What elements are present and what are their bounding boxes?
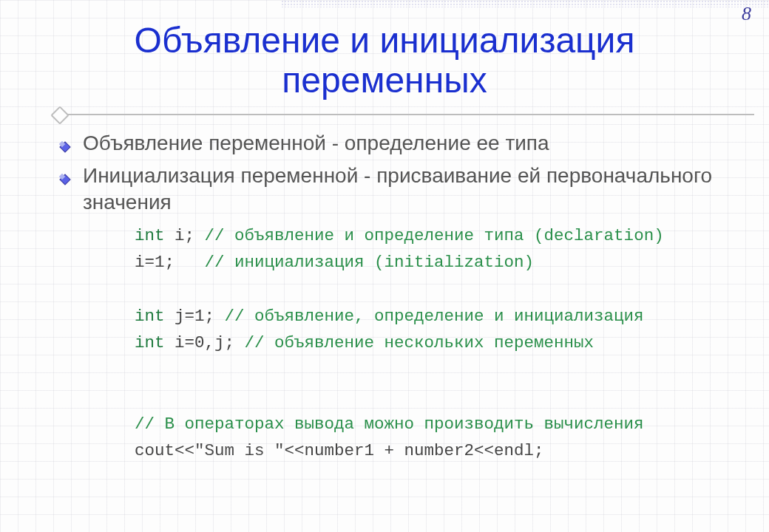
bullet-list: Объявление переменной - определение ее т… bbox=[58, 130, 748, 216]
code-text: i=0,j; bbox=[165, 333, 245, 352]
code-text: <<number1 + number2<<endl; bbox=[285, 441, 544, 460]
page-number: 8 bbox=[742, 3, 751, 25]
code-text: cout<< bbox=[135, 441, 194, 460]
bullet-text: Объявление переменной - определение ее т… bbox=[83, 132, 549, 154]
code-comment: // объявление и определение типа (declar… bbox=[205, 226, 664, 245]
code-string: "Sum is " bbox=[194, 441, 285, 460]
code-keyword: int bbox=[135, 333, 165, 352]
code-text: i=1; bbox=[135, 253, 205, 272]
diamond-bullet-icon bbox=[58, 167, 72, 182]
title-divider bbox=[15, 114, 754, 123]
slide-title: Объявление и инициализация переменных bbox=[30, 0, 739, 100]
code-keyword: int bbox=[135, 226, 165, 245]
code-comment: // инициализация (initialization) bbox=[205, 253, 535, 272]
code-comment: // В операторах вывода можно производить… bbox=[135, 415, 644, 434]
slide-content: Объявление переменной - определение ее т… bbox=[0, 130, 769, 465]
code-text: j=1; bbox=[165, 307, 225, 326]
code-comment: // объявление, определение и инициализац… bbox=[225, 307, 644, 326]
list-item: Инициализация переменной - присваивание … bbox=[58, 163, 748, 216]
code-text: i; bbox=[165, 226, 205, 245]
code-keyword: int bbox=[135, 307, 165, 326]
code-comment: // объявление нескольких переменных bbox=[245, 333, 594, 352]
header-texture bbox=[281, 0, 769, 7]
list-item: Объявление переменной - определение ее т… bbox=[58, 130, 748, 157]
diamond-bullet-icon bbox=[58, 134, 72, 149]
code-block: int i; // объявление и определение типа … bbox=[135, 222, 748, 465]
bullet-text: Инициализация переменной - присваивание … bbox=[83, 164, 712, 214]
